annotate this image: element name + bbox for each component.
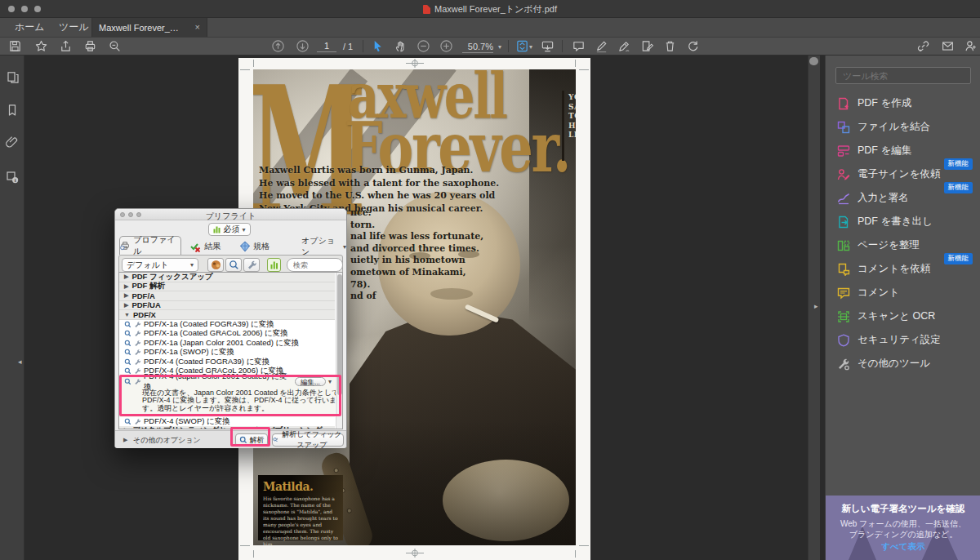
collapse-left-panel-arrow[interactable]: ◂ [18,358,22,366]
tool-label: PDF を編集 [858,144,911,158]
fragment-line: torn. [350,220,483,232]
profile-search-input[interactable] [287,258,343,272]
document-tab-label: Maxwell Forever_… [99,23,190,33]
hand-tool-icon[interactable] [394,39,408,53]
expand-right-panel-arrow[interactable]: ▸ [814,303,818,310]
tool-scan-ocr[interactable]: スキャンと OCR [826,304,980,328]
save-icon[interactable] [8,39,22,53]
tool-security-settings[interactable]: セキュリティ設定 [826,328,980,352]
presentation-mode-icon[interactable] [541,39,555,53]
organize-pages-icon [837,239,850,252]
crop-mark [575,60,576,67]
registration-mark-top [406,59,424,68]
search-icon[interactable] [108,39,122,53]
analyze-and-fix-button-label: 解析してフィックスアップ [281,429,343,451]
delete-trash-icon[interactable] [663,39,677,53]
tool-request-comments[interactable]: 新機能 コメントを依頼 [826,257,980,281]
body-line: He was blessed with a talent for the sax… [259,177,499,190]
send-email-icon[interactable] [941,39,955,53]
category-label: PDF 解析 [131,281,165,291]
tool-label: PDF を書き出し [858,215,933,229]
tool-search-input[interactable] [835,67,971,84]
vertical-scrollbar-thumb[interactable] [809,57,818,65]
page-display-caret[interactable]: ▾ [529,43,532,51]
body-line: He moved to the U.S. when he was 20 year… [259,189,499,202]
category-row[interactable]: ▶PDF/UA [119,301,335,311]
tab-close-icon[interactable]: × [195,23,200,32]
star-favorite-icon[interactable] [34,39,48,53]
tool-label: セキュリティ設定 [858,333,941,347]
fragment-line: nce. [350,207,483,220]
crop-mark [579,545,589,546]
promo-show-all-link[interactable]: すべて表示 [826,541,980,553]
tab-tools[interactable]: ツール [59,18,89,37]
sign-pen-icon[interactable] [617,39,631,53]
fill-sign-doc-icon[interactable] [640,39,654,53]
zoom-level-value[interactable]: 50.7% [462,42,493,53]
bookmarks-icon[interactable] [5,103,20,118]
tab-standards-label: 規格 [253,241,270,252]
required-filter-dropdown[interactable]: 必須 ▾ [208,223,251,236]
fixup-filter-button[interactable] [243,258,260,272]
fragment-line: and divorced three times. [350,243,483,256]
tab-standards[interactable]: 規格 [239,240,270,253]
profile-set-select[interactable]: デフォルト ▾ [122,258,198,272]
print-icon[interactable] [83,39,97,53]
poster-text-fragments: nce. torn. nal life was less fortunate, … [350,207,483,303]
category-label: PDF/A [131,291,155,300]
tool-label: ページを整理 [858,238,920,252]
select-tool-icon[interactable] [371,39,385,53]
tools-panel: PDF を作成 ファイルを結合 PDF を編集 新機能 電子サインを依頼 新機能… [825,56,980,560]
more-options-label[interactable]: その他のオプション [133,435,201,446]
analyze-and-fix-button[interactable]: 解析してフィックスアップ [272,433,344,447]
fragment-line: nal life was less fortunate, [350,231,483,243]
tab-results[interactable]: 結果 [190,240,220,253]
tab-bar: ホーム ツール Maxwell Forever_… × ? [0,18,980,37]
category-label: PDF/X [133,310,156,319]
page-display-icon[interactable] [515,39,529,53]
svg-text:i: i [15,177,16,183]
required-checks-toggle[interactable] [267,258,281,272]
request-esign-icon [837,168,850,181]
tool-export-pdf[interactable]: PDF を書き出し [826,210,980,233]
options-dropdown[interactable]: オプション ▾ [301,240,346,253]
analysis-filter-button[interactable] [225,258,242,272]
quote-line: YOUR [568,93,576,103]
zoom-in-icon[interactable] [439,39,453,53]
page-thumbnails-icon[interactable] [5,70,20,85]
matilda-body: His favorite saxophone has a nickname. T… [263,496,338,545]
category-row[interactable]: ▶PDF/A [119,291,335,301]
tool-create-pdf[interactable]: PDF を作成 [826,91,980,115]
invite-person-icon[interactable] [964,39,978,53]
next-page-icon[interactable] [296,39,310,53]
page-number-input[interactable] [317,40,336,52]
zoom-out-icon[interactable] [416,39,430,53]
more-options-arrow[interactable]: ▶ [123,437,127,443]
tab-home[interactable]: ホーム [15,18,45,37]
tool-more-tools[interactable]: その他のツール [826,352,980,376]
window-title-wrap: Maxwell Forever_トンボ付.pdf [0,0,980,18]
body-line: Maxwell Curtis was born in Gunma, Japan. [259,164,499,177]
rotate-icon[interactable] [686,39,700,53]
tab-profiles[interactable]: プロファイル [119,236,181,255]
create-pdf-icon [837,97,850,110]
tab-document[interactable]: Maxwell Forever_… × [91,18,207,37]
output-preview-info-icon[interactable]: i [5,170,20,184]
left-navigation-rail: i ◂ [0,56,24,560]
crop-mark [253,550,254,558]
profile-image-filter-button[interactable] [207,258,224,272]
title-bar: Maxwell Forever_トンボ付.pdf [0,0,980,18]
tool-combine-files[interactable]: ファイルを結合 [826,115,980,139]
attachments-icon[interactable] [5,136,20,150]
share-upload-icon[interactable] [59,39,73,53]
previous-page-icon[interactable] [271,39,285,53]
share-link-icon[interactable] [916,39,930,53]
tool-comment[interactable]: コメント [826,281,980,304]
comment-icon[interactable] [572,39,586,53]
comment-icon [837,287,850,300]
window-title: Maxwell Forever_トンボ付.pdf [434,3,557,16]
highlighter-icon[interactable] [595,39,608,53]
category-row[interactable]: ▶PDF 解析 [119,282,335,292]
zoom-dropdown-caret[interactable]: ▾ [498,43,501,51]
tool-fill-sign[interactable]: 新機能 入力と署名 [826,186,980,210]
